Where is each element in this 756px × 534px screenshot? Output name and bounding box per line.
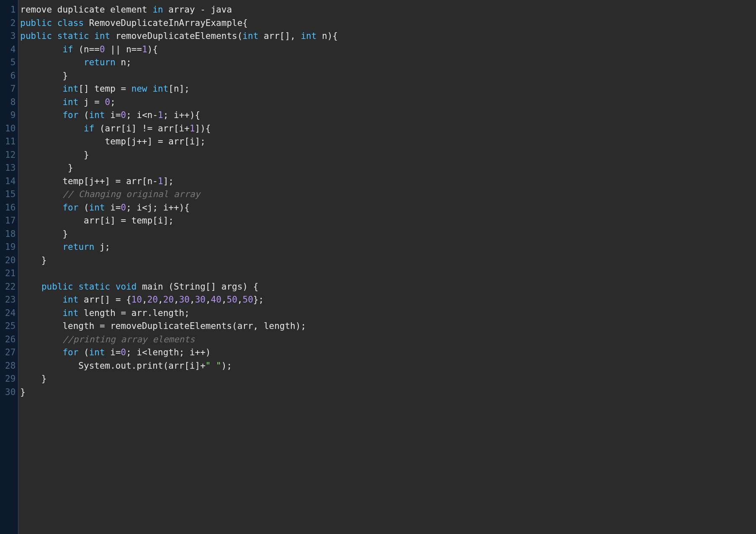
code-token: removeDuplicateElements(: [110, 31, 242, 41]
code-token: }: [20, 374, 57, 384]
code-token: [20, 242, 62, 252]
code-token: " ": [206, 361, 221, 371]
code-token: public: [20, 18, 52, 28]
code-token: j;: [94, 242, 121, 252]
code-line[interactable]: }: [20, 69, 756, 83]
code-token: // Changing original array: [62, 189, 211, 199]
code-token: 1: [158, 110, 163, 120]
code-line[interactable]: }: [20, 372, 756, 386]
code-line[interactable]: for (int i=0; i<length; i++): [20, 346, 756, 359]
code-token: in: [152, 5, 163, 15]
code-token: void: [116, 282, 137, 292]
code-line[interactable]: // Changing original array: [20, 188, 756, 201]
code-token: 0: [121, 347, 126, 357]
code-line[interactable]: System.out.print(arr[i]+" ");: [20, 359, 756, 373]
line-number: 23: [5, 293, 15, 307]
code-line[interactable]: if (n==0 || n==1){: [20, 43, 756, 56]
code-line[interactable]: }: [20, 254, 756, 267]
line-number: 14: [5, 175, 15, 188]
line-number: 19: [5, 241, 15, 254]
code-token: 20: [163, 295, 174, 305]
code-token: [20, 84, 62, 94]
code-line[interactable]: }: [20, 228, 756, 241]
code-token: ,: [142, 295, 147, 305]
code-token: 10: [131, 295, 142, 305]
code-token: 0: [121, 203, 126, 213]
code-line[interactable]: if (arr[i] != arr[i+1]){: [20, 122, 756, 136]
line-number: 10: [5, 122, 15, 136]
code-token: [20, 203, 62, 213]
code-token: array - java: [163, 5, 232, 15]
code-token: 50: [243, 295, 253, 305]
line-number: 16: [5, 201, 15, 215]
code-token: public: [41, 282, 73, 292]
line-number: 25: [5, 320, 15, 333]
code-token: temp[j++] = arr[n-: [20, 176, 158, 186]
code-token: n){: [316, 31, 348, 41]
code-token: ];: [163, 176, 201, 186]
code-token: (: [78, 347, 89, 357]
code-editor-area[interactable]: remove duplicate element in array - java…: [18, 0, 756, 534]
code-line[interactable]: public static int removeDuplicateElement…: [20, 30, 756, 43]
code-token: ,: [237, 295, 243, 305]
code-token: if: [62, 44, 73, 54]
code-token: [n];: [168, 84, 200, 94]
code-token: [20, 308, 62, 318]
code-line[interactable]: for (int i=0; i<n-1; i++){: [20, 109, 756, 122]
code-token: }: [20, 150, 100, 160]
code-line[interactable]: public static void main (String[] args) …: [20, 280, 756, 294]
line-number: 29: [5, 372, 15, 386]
code-line[interactable]: }: [20, 162, 756, 175]
line-number: 26: [5, 333, 15, 347]
line-number: 28: [5, 359, 15, 373]
code-line[interactable]: int length = arr.length;: [20, 307, 756, 320]
code-line[interactable]: for (int i=0; i<j; i++){: [20, 201, 756, 215]
code-line[interactable]: int[] temp = new int[n];: [20, 82, 756, 96]
code-line[interactable]: length = removeDuplicateElements(arr, le…: [20, 320, 756, 333]
code-token: ; i<j; i++){: [126, 203, 200, 213]
code-token: [52, 31, 57, 41]
code-line[interactable]: return n;: [20, 56, 756, 69]
code-token: ){: [147, 44, 169, 54]
code-token: RemoveDuplicateInArrayExample{: [84, 18, 258, 28]
code-line[interactable]: //printing array elements: [20, 333, 756, 347]
code-line[interactable]: }: [20, 149, 756, 162]
code-token: 40: [211, 295, 221, 305]
code-token: 1: [142, 44, 147, 54]
code-line[interactable]: arr[i] = temp[i];: [20, 214, 756, 228]
line-number: 11: [5, 135, 15, 149]
code-line[interactable]: }: [20, 386, 756, 399]
code-line[interactable]: int arr[] = {10,20,20,30,30,40,50,50};: [20, 293, 756, 307]
code-token: j =: [78, 97, 105, 107]
code-token: new: [131, 84, 147, 94]
code-token: length = removeDuplicateElements(arr, le…: [20, 321, 316, 331]
code-line[interactable]: [20, 267, 756, 280]
code-token: int: [62, 84, 78, 94]
code-token: 0: [121, 110, 126, 120]
code-token: i=: [105, 203, 121, 213]
code-line[interactable]: temp[j++] = arr[n-1];: [20, 175, 756, 188]
code-token: }: [20, 163, 84, 173]
code-token: ; i++){: [163, 110, 211, 120]
code-token: ,: [221, 295, 227, 305]
code-token: for: [62, 203, 78, 213]
code-token: //printing array elements: [62, 334, 205, 344]
code-line[interactable]: return j;: [20, 241, 756, 254]
code-token: [20, 44, 62, 54]
code-line[interactable]: int j = 0;: [20, 96, 756, 109]
code-token: static: [57, 31, 89, 41]
code-token: 0: [105, 97, 111, 107]
code-line[interactable]: remove duplicate element in array - java: [20, 3, 756, 17]
code-token: [147, 84, 153, 94]
line-number: 13: [5, 162, 15, 175]
code-token: main (String[] args) {: [136, 282, 269, 292]
code-token: 0: [100, 44, 105, 54]
line-number: 27: [5, 346, 15, 359]
code-line[interactable]: temp[j++] = arr[i];: [20, 135, 756, 149]
code-token: }: [20, 255, 57, 265]
code-token: 1: [190, 123, 195, 134]
code-line[interactable]: public class RemoveDuplicateInArrayExamp…: [20, 17, 756, 30]
code-token: for: [62, 110, 78, 120]
code-token: int: [62, 308, 78, 318]
code-token: }: [20, 229, 78, 239]
